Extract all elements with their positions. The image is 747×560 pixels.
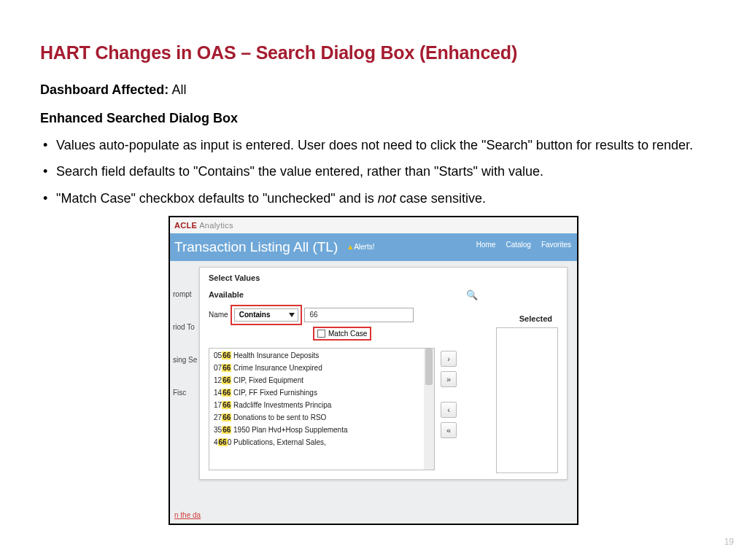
bg-label: riod To [173, 323, 197, 331]
list-item[interactable]: 0566 Health Insurance Deposits [214, 351, 421, 359]
brand-fragment: ACLE [174, 221, 197, 230]
match-case-label: Match Case [328, 330, 367, 338]
match-case-checkbox[interactable] [317, 330, 325, 338]
alert-icon: ▲ [347, 243, 354, 251]
highlight-box: Match Case [313, 327, 371, 341]
list-item[interactable]: 3566 1950 Plan Hvd+Hosp Supplementa [214, 426, 421, 434]
top-nav: Home Catalog Favorites [476, 241, 571, 249]
list-item[interactable]: 1466 CIP, FF Fixed Furnishings [214, 389, 421, 397]
search-input[interactable]: 66 [304, 308, 414, 322]
alerts-link[interactable]: Alerts! [354, 243, 374, 251]
list-item[interactable]: 2766 Donations to be sent to RSO [214, 413, 421, 421]
bullet-item: "Match Case" checkbox defaults to "unche… [43, 190, 707, 207]
selected-listbox[interactable] [496, 327, 558, 473]
nav-favorites[interactable]: Favorites [541, 241, 571, 249]
highlight-box: Contains [231, 305, 303, 325]
selected-header: Selected [519, 314, 552, 323]
background-redlink: n the da [174, 511, 201, 519]
page-banner: Transaction Listing All (TL) ▲ Alerts! H… [170, 233, 577, 261]
scroll-thumb[interactable] [425, 349, 433, 385]
bg-label: Fisc [173, 389, 197, 397]
dashboard-affected: Dashboard Affected: All [40, 82, 707, 98]
move-left-button[interactable]: ‹ [441, 402, 457, 418]
select-values-dialog: Select Values Available 🔍 Selected Name … [199, 267, 568, 480]
app-header: ACLE Analytics [170, 217, 577, 233]
subheading: Enhanced Searched Dialog Box [40, 111, 707, 126]
bullet-item: Values auto-populate as input is entered… [43, 136, 707, 154]
bullet-list: Values auto-populate as input is entered… [40, 136, 707, 207]
available-listbox[interactable]: 0566 Health Insurance Deposits0766 Crime… [209, 348, 435, 470]
bg-label: sing Se [173, 356, 197, 364]
scrollbar[interactable] [424, 349, 434, 470]
page-number: 19 [724, 537, 734, 547]
dashboard-affected-value: All [171, 82, 186, 97]
move-right-button[interactable]: › [441, 351, 457, 367]
list-item[interactable]: 1266 CIP, Fixed Equipment [214, 376, 421, 384]
nav-home[interactable]: Home [476, 241, 496, 249]
match-type-dropdown[interactable]: Contains [234, 308, 299, 322]
dropdown-value: Contains [239, 311, 271, 319]
background-prompts: rompt riod To sing Se Fisc [173, 290, 197, 397]
move-all-left-button[interactable]: « [441, 422, 457, 438]
embedded-screenshot: ACLE Analytics Transaction Listing All (… [169, 216, 578, 525]
list-item[interactable]: 0766 Crime Insurance Unexpired [214, 364, 421, 372]
bullet-emphasis: not [378, 191, 396, 206]
bullet-text: "Match Case" checkbox defaults to "unche… [56, 191, 378, 206]
bullet-text: case sensitive. [396, 191, 486, 206]
bullet-item: Search field defaults to "Contains" the … [43, 163, 707, 180]
bg-label: rompt [173, 290, 197, 298]
chevron-down-icon [289, 313, 295, 317]
nav-catalog[interactable]: Catalog [506, 241, 530, 249]
dashboard-affected-label: Dashboard Affected: [40, 82, 169, 97]
list-item[interactable]: 4660 Publications, External Sales, [214, 438, 421, 446]
list-item[interactable]: 1766 Radcliffe Investments Principa [214, 401, 421, 409]
search-icon[interactable]: 🔍 [466, 289, 478, 300]
dialog-title: Select Values [200, 268, 567, 289]
slide-title: HART Changes in OAS – Search Dialog Box … [40, 42, 707, 63]
page-title: Transaction Listing All (TL) [174, 239, 338, 255]
available-header: Available [209, 290, 244, 299]
move-all-right-button[interactable]: » [441, 371, 457, 387]
brand-suffix: Analytics [199, 221, 233, 230]
name-label: Name [209, 311, 228, 319]
